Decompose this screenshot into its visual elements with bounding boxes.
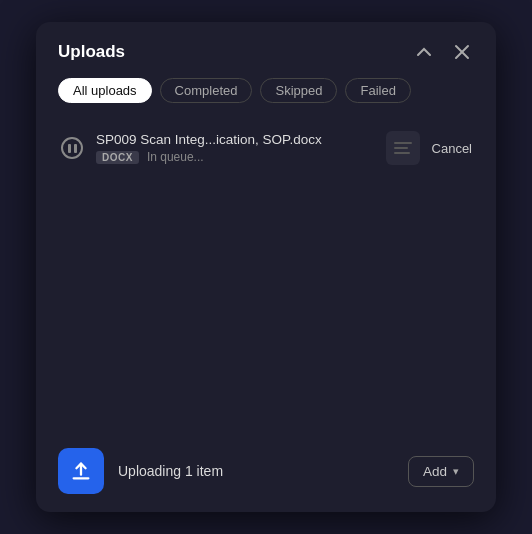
pause-bar-right	[74, 144, 77, 153]
header-actions	[412, 40, 474, 64]
filter-tabs: All uploads Completed Skipped Failed	[36, 78, 496, 117]
thumb-lines	[389, 136, 417, 160]
thumb-line	[394, 142, 412, 144]
add-label: Add	[423, 464, 447, 479]
file-thumbnail	[386, 131, 420, 165]
dialog-header: Uploads	[36, 22, 496, 78]
upload-icon	[70, 460, 92, 482]
upload-file-name: SP009 Scan Integ...ication, SOP.docx	[96, 132, 376, 147]
filter-tab-failed[interactable]: Failed	[345, 78, 410, 103]
upload-fab-button[interactable]	[58, 448, 104, 494]
pause-bar-left	[68, 144, 71, 153]
filter-tab-skipped[interactable]: Skipped	[260, 78, 337, 103]
upload-item-meta: DOCX In queue...	[96, 150, 376, 164]
uploads-dialog: Uploads All uploads Completed Skipped Fa…	[36, 22, 496, 512]
filter-tab-all[interactable]: All uploads	[58, 78, 152, 103]
dialog-title: Uploads	[58, 42, 125, 62]
upload-status: In queue...	[147, 150, 204, 164]
queue-icon	[58, 134, 86, 162]
upload-list: SP009 Scan Integ...ication, SOP.docx DOC…	[36, 117, 496, 434]
pause-circle-icon	[61, 137, 83, 159]
upload-item-actions: Cancel	[386, 131, 474, 165]
minimize-button[interactable]	[412, 40, 436, 64]
chevron-down-icon: ▾	[453, 465, 459, 478]
footer-status: Uploading 1 item	[118, 463, 223, 479]
thumb-line	[394, 152, 410, 154]
filter-tab-completed[interactable]: Completed	[160, 78, 253, 103]
table-row: SP009 Scan Integ...ication, SOP.docx DOC…	[58, 121, 474, 175]
upload-item-info: SP009 Scan Integ...ication, SOP.docx DOC…	[96, 132, 376, 164]
cancel-upload-button[interactable]: Cancel	[430, 137, 474, 160]
footer-left: Uploading 1 item	[58, 448, 223, 494]
thumb-line	[394, 147, 408, 149]
close-button[interactable]	[450, 40, 474, 64]
dialog-footer: Uploading 1 item Add ▾	[36, 434, 496, 512]
add-button[interactable]: Add ▾	[408, 456, 474, 487]
file-type-badge: DOCX	[96, 151, 139, 164]
